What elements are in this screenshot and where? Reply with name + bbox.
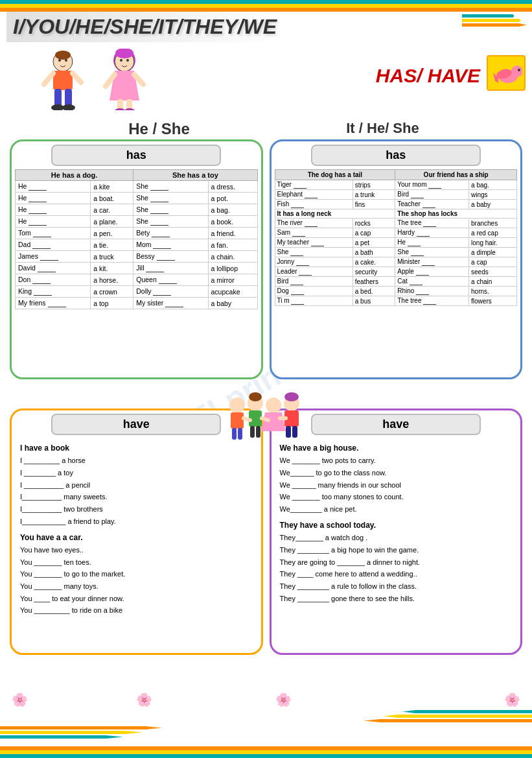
table-row: Jonny a cake.Minister a cap bbox=[275, 257, 517, 267]
i-have-line6: I___________ a friend to play. bbox=[20, 515, 253, 528]
bird-icon bbox=[490, 58, 522, 88]
svg-point-34 bbox=[249, 392, 262, 401]
you-have-line1: You have two eyes.. bbox=[20, 544, 253, 556]
he-she-table: He has a dog. She has a toy He a kiteShe… bbox=[15, 169, 258, 309]
children-svg bbox=[218, 389, 315, 454]
svg-rect-32 bbox=[238, 428, 242, 440]
right-col1-header: The dog has a tail bbox=[275, 170, 395, 180]
svg-line-46 bbox=[262, 418, 268, 420]
table-row: The river rocksThe tree branches bbox=[275, 219, 517, 228]
svg-marker-39 bbox=[261, 412, 286, 431]
svg-rect-4 bbox=[53, 71, 73, 90]
svg-point-38 bbox=[266, 397, 281, 413]
you-have-title: You have a a car. bbox=[20, 531, 253, 544]
panel-has-header-left: has bbox=[51, 145, 221, 166]
you-have-line4: You _______ many toys. bbox=[20, 580, 253, 593]
they-have-line6: They ________ gone there to see the hill… bbox=[280, 593, 513, 605]
you-have-line6: You _________ to ride on a bike bbox=[20, 604, 253, 617]
svg-rect-44 bbox=[292, 426, 297, 438]
svg-line-5 bbox=[44, 73, 53, 84]
table-row: Tom a pen.Bety a friend. bbox=[16, 228, 258, 239]
you-have-line5: You ____ to eat your dinner now. bbox=[20, 593, 253, 605]
svg-rect-8 bbox=[65, 89, 72, 107]
top-panels-row: has He has a dog. She has a toy He a kit… bbox=[10, 139, 522, 379]
panel-he-she-has: has He has a dog. She has a toy He a kit… bbox=[10, 139, 263, 379]
main-title-area: I/YOU/HE/SHE/IT/THEY/WE bbox=[6, 12, 480, 42]
has-have-title: HAS/ HAVE bbox=[376, 65, 480, 86]
table-row: Don a horse.Queen a mirror bbox=[16, 274, 258, 286]
we-have-line4: We _______ too many stones to count. bbox=[280, 491, 513, 503]
bottom-right-arrows bbox=[364, 710, 532, 722]
table-row: David a kit.Jill a lollipop bbox=[16, 263, 258, 274]
flower-br: 🌸 bbox=[504, 692, 520, 707]
i-have-line4: I__________ many sweets. bbox=[20, 491, 253, 503]
table-row: My friens a topMy sister a baby bbox=[16, 298, 258, 309]
svg-rect-43 bbox=[286, 426, 291, 438]
table-row: Fish finsTeacher a baby bbox=[275, 200, 517, 209]
i-have-line3: I __________ a pencil bbox=[20, 479, 253, 492]
svg-point-29 bbox=[229, 397, 245, 413]
they-have-title: They have a school today. bbox=[280, 519, 513, 532]
panel-have-header-right: have bbox=[311, 414, 481, 435]
boy-svg bbox=[39, 49, 87, 110]
they-have-line3: They are going to _______ a dinner to ni… bbox=[280, 556, 513, 569]
flower-bm2: 🌸 bbox=[275, 692, 292, 707]
we-have-line2: We______ to go to the class now. bbox=[280, 467, 513, 479]
svg-rect-30 bbox=[231, 412, 244, 429]
table-row: My teacher a petHe long hair. bbox=[275, 238, 517, 248]
they-have-line1: They_______ a watch dog . bbox=[280, 532, 513, 544]
svg-rect-31 bbox=[232, 428, 237, 440]
i-have-line2: I ________ a toy bbox=[20, 467, 253, 479]
svg-point-22 bbox=[124, 108, 135, 110]
top-right-arrows bbox=[462, 14, 527, 27]
svg-line-45 bbox=[244, 418, 250, 420]
children-group-image bbox=[201, 389, 331, 456]
we-have-line1: We _______ two pots to carry. bbox=[280, 455, 513, 467]
girl-svg bbox=[100, 49, 149, 110]
top-stripes bbox=[0, 0, 532, 12]
table-row: Sam a capHardy a red cap bbox=[275, 228, 517, 238]
they-have-line2: They ________ a big hope to win the game… bbox=[280, 544, 513, 556]
girl-character bbox=[100, 49, 149, 113]
bottom-stripes bbox=[0, 746, 532, 758]
flower-bm1: 🌸 bbox=[136, 692, 152, 707]
bird-box bbox=[487, 55, 526, 91]
table-row: King a crownDolly acupcake bbox=[16, 286, 258, 298]
table-row: He a plane.She a book. bbox=[16, 216, 258, 228]
svg-point-9 bbox=[51, 104, 64, 110]
they-have-line4: They ____ come here to attend a wedding.… bbox=[280, 568, 513, 580]
svg-point-21 bbox=[115, 108, 125, 110]
table-row: He a kiteShe a dress. bbox=[16, 181, 258, 193]
we-have-line5: We________ a nice pet. bbox=[280, 503, 513, 515]
table-row: Bird feathersCat a chain bbox=[275, 277, 517, 287]
i-you-have-content: I have a book I _________ a horse I ____… bbox=[15, 438, 258, 620]
table-row: Dad a tie.Mom a fan. bbox=[16, 239, 258, 251]
has-have-section: HAS/ HAVE bbox=[376, 65, 480, 87]
svg-point-14 bbox=[120, 59, 122, 62]
svg-point-15 bbox=[126, 59, 129, 62]
svg-point-41 bbox=[284, 392, 299, 401]
panel-has-header-right: has bbox=[311, 145, 481, 166]
table-row: James a truckBessy a chain. bbox=[16, 251, 258, 263]
we-they-have-content: We have a big house. We _______ two pots… bbox=[275, 438, 518, 608]
table-row: Tiger stripsYour mom a bag. bbox=[275, 180, 517, 190]
svg-line-6 bbox=[73, 73, 81, 82]
col2-header: She has a toy bbox=[133, 170, 257, 181]
table-row: She a bathShe a dimple bbox=[275, 248, 517, 257]
he-she-label: He / She bbox=[39, 120, 279, 138]
bottom-left-arrows bbox=[0, 726, 194, 739]
table-row: He a car.She a bag. bbox=[16, 204, 258, 216]
i-have-line1: I _________ a horse bbox=[20, 455, 253, 467]
col1-header: He has a dog. bbox=[16, 170, 133, 181]
flower-bl: 🌸 bbox=[12, 692, 28, 707]
panel-it-he-she-has: has The dog has a tail Our friend has a … bbox=[270, 139, 523, 379]
table-row: It has a long neckThe shop has locks bbox=[275, 209, 517, 219]
svg-point-3 bbox=[65, 59, 67, 62]
they-have-line5: They ________ a rule to follow in the cl… bbox=[280, 580, 513, 593]
table-row: He a boat.She a pot. bbox=[16, 193, 258, 204]
table-row: Ti m a busThe tree flowers bbox=[275, 296, 517, 306]
you-have-line3: You _______ to go to the market. bbox=[20, 568, 253, 580]
i-have-line5: I__________ two brothers bbox=[20, 503, 253, 515]
table-row: Dog a bed.Rhino horns. bbox=[275, 287, 517, 296]
page-title: I/YOU/HE/SHE/IT/THEY/WE bbox=[6, 12, 283, 42]
